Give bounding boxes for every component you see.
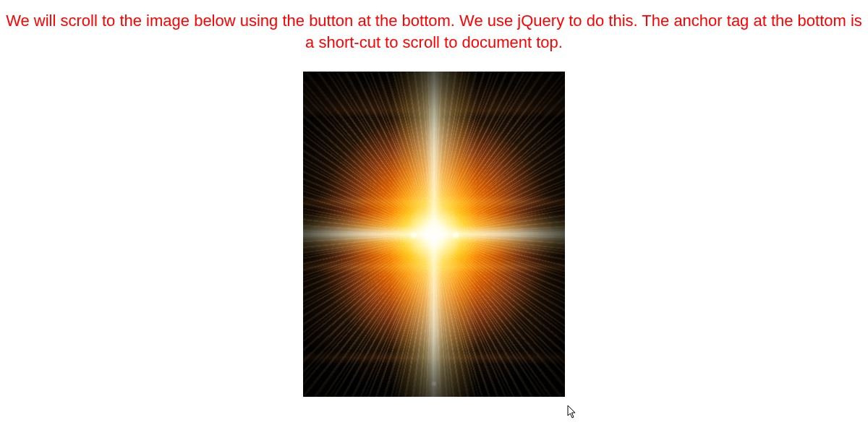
cutoff-next-paragraph [0, 414, 868, 420]
intro-paragraph: We will scroll to the image below using … [0, 0, 868, 56]
light-burst-image [303, 72, 565, 397]
image-layer-grain [303, 72, 565, 397]
image-container [0, 72, 868, 400]
